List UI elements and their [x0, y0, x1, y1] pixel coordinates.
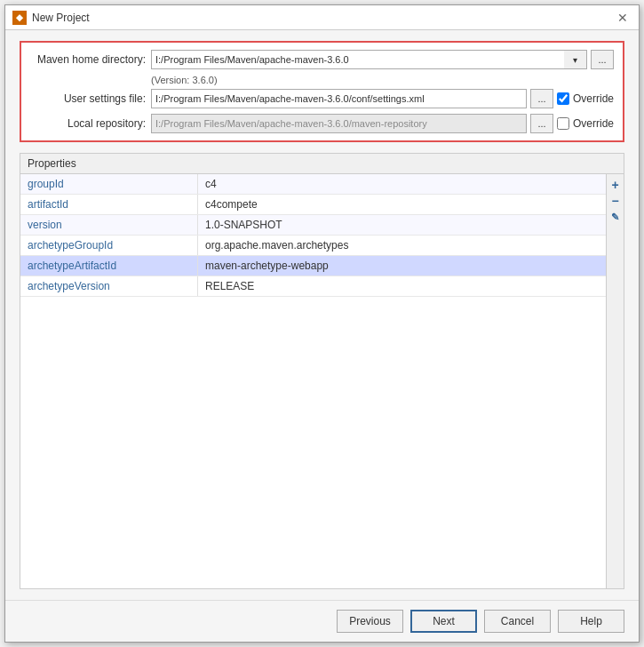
maven-version-text: (Version: 3.6.0) [151, 75, 614, 85]
edit-property-button[interactable]: ✎ [608, 210, 623, 224]
table-row[interactable]: groupId c4 [20, 174, 606, 195]
prop-key: version [20, 215, 198, 235]
local-repo-override-label: Override [573, 117, 614, 130]
user-settings-override-checkbox[interactable] [557, 92, 569, 105]
title-bar: ◆ New Project ✕ [5, 5, 639, 30]
table-row[interactable]: archetypeVersion RELEASE [20, 276, 606, 297]
user-settings-label: User settings file: [30, 92, 146, 105]
maven-home-dropdown[interactable]: ▾ [564, 50, 587, 69]
user-settings-row: User settings file: ... Override [30, 89, 614, 108]
local-repo-label: Local repository: [30, 117, 146, 130]
table-row[interactable]: archetypeArtifactId maven-archetype-weba… [20, 256, 606, 276]
local-repo-override-checkbox[interactable] [557, 117, 569, 130]
table-row[interactable]: archetypeGroupId org.apache.maven.archet… [20, 236, 606, 256]
table-row[interactable]: artifactId c4compete [20, 195, 606, 215]
new-project-window: ◆ New Project ✕ Maven home directory: ▾ … [4, 4, 640, 643]
prop-key: archetypeVersion [20, 276, 198, 296]
properties-section: Properties groupId c4 artifactId c4compe… [20, 153, 624, 589]
prop-value: maven-archetype-webapp [198, 256, 606, 276]
prop-key: archetypeGroupId [20, 236, 198, 255]
prop-value: org.apache.maven.archetypes [198, 236, 606, 255]
local-repo-browse[interactable]: ... [530, 114, 553, 133]
prop-value: RELEASE [198, 276, 606, 296]
prop-key: artifactId [20, 195, 198, 214]
maven-home-input[interactable] [151, 50, 564, 69]
local-repo-row: Local repository: ... Override [30, 114, 614, 133]
maven-home-browse[interactable]: ... [591, 50, 614, 69]
prop-key: groupId [20, 174, 198, 194]
remove-property-button[interactable]: − [608, 194, 623, 208]
maven-home-row: Maven home directory: ▾ ... [30, 50, 614, 69]
add-property-button[interactable]: + [608, 178, 623, 192]
properties-header: Properties [20, 154, 624, 174]
prop-value: c4 [198, 174, 606, 194]
next-button[interactable]: Next [410, 610, 477, 633]
window-title: New Project [32, 12, 90, 24]
previous-button[interactable]: Previous [337, 610, 403, 633]
prop-value: c4compete [198, 195, 606, 214]
footer: Previous Next Cancel Help [5, 600, 639, 642]
help-button[interactable]: Help [558, 610, 624, 633]
local-repo-input [151, 114, 527, 133]
prop-value: 1.0-SNAPSHOT [198, 215, 606, 235]
user-settings-browse[interactable]: ... [530, 89, 553, 108]
user-settings-override-label: Override [573, 92, 614, 105]
property-actions: + − ✎ [606, 174, 624, 588]
app-icon: ◆ [12, 11, 27, 25]
user-settings-input[interactable] [151, 89, 527, 108]
close-button[interactable]: ✕ [614, 9, 632, 27]
prop-key: archetypeArtifactId [20, 256, 198, 276]
main-content: Maven home directory: ▾ ... (Version: 3.… [5, 30, 639, 600]
cancel-button[interactable]: Cancel [484, 610, 551, 633]
maven-section: Maven home directory: ▾ ... (Version: 3.… [20, 41, 624, 142]
table-row[interactable]: version 1.0-SNAPSHOT [20, 215, 606, 236]
properties-table: groupId c4 artifactId c4compete version … [20, 174, 606, 588]
maven-home-label: Maven home directory: [30, 53, 146, 66]
